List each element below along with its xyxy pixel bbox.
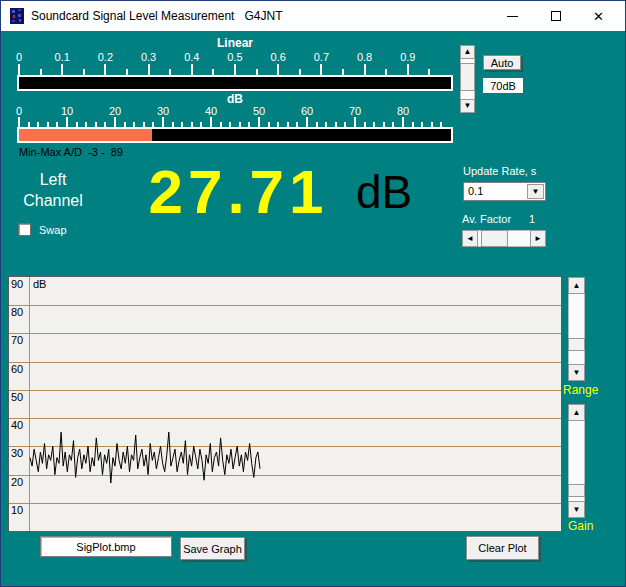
plot-y-tick-label: 40 xyxy=(11,419,23,431)
linear-major-tick xyxy=(104,64,106,75)
db-major-tick xyxy=(18,117,20,127)
plot-y-tick-label: 20 xyxy=(11,476,23,488)
gain-scrollbar-down-button[interactable]: ▼ xyxy=(568,501,585,518)
av-factor-left-button[interactable]: ◄ xyxy=(462,230,478,247)
plot-y-tick-label: 50 xyxy=(11,391,23,403)
channel-label: Left Channel xyxy=(9,169,97,211)
db-level-meter xyxy=(17,127,453,143)
av-factor-thumb[interactable] xyxy=(481,230,508,247)
range-scrollbar-up-button[interactable]: ▲ xyxy=(568,277,585,294)
linear-tick-label: 0.2 xyxy=(90,51,120,63)
db-major-tick xyxy=(66,117,68,127)
minmax-readout: Min-Max A/D -3 - 89 xyxy=(19,146,123,158)
linear-tick-label: 0.5 xyxy=(220,51,250,63)
db-tick-label: 70 xyxy=(340,105,370,117)
gain-scrollbar-up-button[interactable]: ▲ xyxy=(568,404,585,421)
linear-major-tick xyxy=(148,64,150,75)
maximize-icon xyxy=(551,11,561,21)
save-graph-button[interactable]: Save Graph xyxy=(180,537,245,560)
linear-major-tick xyxy=(234,64,236,75)
window-title: Soundcard Signal Level Measurement G4JNT xyxy=(31,1,282,31)
maximize-button[interactable] xyxy=(534,1,577,31)
linear-tick-label: 0.9 xyxy=(393,51,423,63)
close-button[interactable]: ✕ xyxy=(577,1,620,31)
up-arrow-icon: ▲ xyxy=(464,48,472,56)
filename-input[interactable]: SigPlot.bmp xyxy=(40,536,172,557)
linear-tick-label: 0.6 xyxy=(263,51,293,63)
scale-scrollbar-thumb[interactable] xyxy=(460,63,475,91)
plot-y-tick-label: 60 xyxy=(11,363,23,375)
range-label: Range xyxy=(563,383,598,397)
db-major-tick xyxy=(258,117,260,127)
close-icon: ✕ xyxy=(593,10,604,23)
gain-scrollbar-thumb[interactable] xyxy=(568,484,585,497)
db-major-tick xyxy=(114,117,116,127)
plot-canvas xyxy=(9,277,561,531)
auto-button[interactable]: Auto xyxy=(483,55,521,70)
right-arrow-icon: ► xyxy=(534,235,542,243)
range-scrollbar-thumb[interactable] xyxy=(568,338,585,351)
plot-y-tick-label: 10 xyxy=(11,504,23,516)
db-major-tick xyxy=(306,117,308,127)
update-rate-dropdown[interactable]: 0.1 ▼ xyxy=(463,182,546,201)
linear-major-tick xyxy=(320,64,322,75)
linear-scale-ticks xyxy=(19,64,451,75)
linear-major-tick xyxy=(407,64,409,75)
scale-range-display: 70dB xyxy=(483,78,523,93)
plot-y-tick-label: 30 xyxy=(11,447,23,459)
update-rate-dropdown-button[interactable]: ▼ xyxy=(527,184,544,199)
db-level-fill xyxy=(19,129,152,141)
clear-plot-button-label: Clear Plot xyxy=(478,542,526,554)
db-major-tick xyxy=(162,117,164,127)
plot-y-tick-label: 70 xyxy=(11,334,23,346)
linear-major-tick xyxy=(18,64,20,75)
down-arrow-icon: ▼ xyxy=(464,102,472,110)
db-major-tick xyxy=(354,117,356,127)
range-scrollbar[interactable]: ▲ ▼ xyxy=(568,277,585,381)
linear-major-tick xyxy=(191,64,193,75)
down-arrow-icon: ▼ xyxy=(573,506,581,514)
db-tick-label: 40 xyxy=(196,105,226,117)
linear-tick-label: 0.8 xyxy=(350,51,380,63)
app-icon xyxy=(9,8,25,24)
db-scale-ticks xyxy=(19,117,451,127)
up-arrow-icon: ▲ xyxy=(573,409,581,417)
app-window: Soundcard Signal Level Measurement G4JNT… xyxy=(0,0,626,587)
db-tick-label: 10 xyxy=(52,105,82,117)
chevron-down-icon: ▼ xyxy=(532,188,540,196)
signal-plot: dB 908070605040302010 xyxy=(8,276,562,532)
minimize-button[interactable] xyxy=(491,1,534,31)
minimize-icon xyxy=(507,16,518,17)
db-meter-title: dB xyxy=(1,92,469,106)
left-arrow-icon: ◄ xyxy=(466,235,474,243)
linear-tick-label: 0 xyxy=(4,51,34,63)
gain-scrollbar[interactable]: ▲ ▼ xyxy=(568,404,585,518)
db-major-tick xyxy=(210,117,212,127)
linear-tick-label: 0.4 xyxy=(177,51,207,63)
scale-scrollbar-up-button[interactable]: ▲ xyxy=(460,45,475,59)
plot-unit-label: dB xyxy=(33,278,46,290)
linear-major-tick xyxy=(277,64,279,75)
db-tick-label: 0 xyxy=(4,105,34,117)
down-arrow-icon: ▼ xyxy=(573,369,581,377)
av-factor-scrollbar[interactable]: ◄ ► xyxy=(462,230,546,247)
update-rate-label: Update Rate, s xyxy=(463,165,536,177)
channel-label-line2: Channel xyxy=(9,190,97,211)
update-rate-value: 0.1 xyxy=(468,185,483,197)
linear-level-meter xyxy=(17,75,453,91)
level-value-readout: 27.71 xyxy=(116,156,361,227)
gain-label: Gain xyxy=(568,519,593,533)
db-major-tick xyxy=(402,117,404,127)
swap-checkbox[interactable] xyxy=(18,223,31,236)
title-bar: Soundcard Signal Level Measurement G4JNT… xyxy=(1,1,625,31)
scale-scrollbar[interactable]: ▲ ▼ xyxy=(460,45,475,113)
clear-plot-button[interactable]: Clear Plot xyxy=(466,536,539,560)
linear-major-tick xyxy=(61,64,63,75)
scale-scrollbar-down-button[interactable]: ▼ xyxy=(460,99,475,113)
db-tick-label: 60 xyxy=(292,105,322,117)
db-tick-label: 50 xyxy=(244,105,274,117)
linear-tick-label: 0.1 xyxy=(47,51,77,63)
range-scrollbar-down-button[interactable]: ▼ xyxy=(568,364,585,381)
av-factor-value: 1 xyxy=(529,213,535,225)
av-factor-right-button[interactable]: ► xyxy=(530,230,546,247)
